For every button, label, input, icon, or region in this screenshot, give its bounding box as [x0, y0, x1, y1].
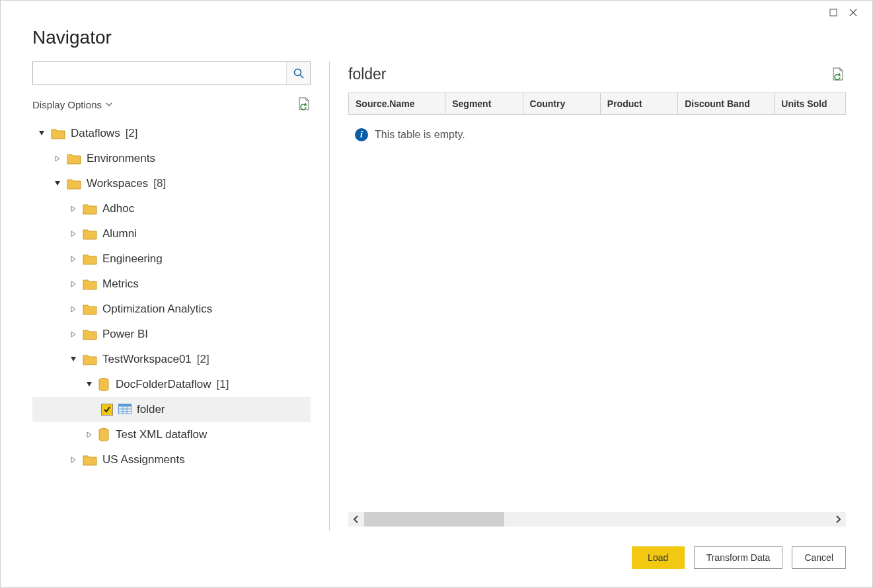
search-box — [32, 61, 311, 85]
column-header[interactable]: Country — [523, 93, 601, 114]
cancel-button[interactable]: Cancel — [792, 546, 846, 569]
expand-icon[interactable] — [69, 456, 77, 464]
folder-icon — [83, 278, 97, 290]
chevron-right-icon — [835, 515, 841, 523]
tree-label: Engineering — [102, 252, 163, 266]
tree-label: TestWorkspace01 — [102, 353, 192, 366]
folder-icon — [67, 153, 81, 165]
preview-table-header: Source.Name Segment Country Product Disc… — [348, 92, 846, 115]
collapse-icon[interactable] — [85, 381, 93, 388]
content-area: Display Options — [1, 61, 872, 531]
tree-label: Test XML dataflow — [116, 428, 207, 441]
table-icon — [118, 404, 132, 416]
scroll-left-button[interactable] — [348, 512, 364, 527]
horizontal-scrollbar[interactable] — [348, 512, 846, 527]
tree-node-environments[interactable]: Environments — [32, 146, 311, 171]
expand-icon[interactable] — [69, 255, 77, 263]
tree-node-engineering[interactable]: Engineering — [32, 246, 311, 272]
expand-icon[interactable] — [54, 155, 61, 163]
display-options-row: Display Options — [32, 85, 311, 118]
folder-icon — [83, 328, 97, 340]
scroll-track[interactable] — [364, 512, 830, 527]
file-refresh-icon — [831, 67, 845, 82]
navigator-tree[interactable]: Dataflows [2] Environments — [32, 118, 311, 531]
tree-count: [8] — [153, 177, 166, 190]
folder-icon — [83, 228, 97, 240]
column-header[interactable]: Source.Name — [349, 93, 445, 114]
tree-label: Environments — [87, 152, 155, 165]
refresh-preview-button[interactable] — [831, 67, 846, 82]
tree-node-testworkspace01[interactable]: TestWorkspace01 [2] — [32, 347, 311, 372]
info-icon: i — [355, 128, 368, 141]
svg-rect-0 — [830, 9, 837, 16]
tree-label: Workspaces — [87, 177, 148, 190]
close-icon — [849, 9, 857, 17]
checkbox-checked[interactable] — [101, 404, 113, 416]
tree-node-docfolderdataflow[interactable]: DocFolderDataflow [1] — [32, 372, 311, 397]
scroll-thumb[interactable] — [364, 512, 504, 527]
tree-node-optimization-analytics[interactable]: Optimization Analytics — [32, 297, 311, 322]
search-icon — [293, 68, 304, 79]
maximize-button[interactable] — [823, 6, 843, 19]
search-button[interactable] — [286, 62, 310, 85]
tree-node-metrics[interactable]: Metrics — [32, 272, 311, 297]
maximize-icon — [829, 9, 837, 17]
tree-node-dataflows[interactable]: Dataflows [2] — [32, 121, 311, 146]
tree-label: Adhoc — [102, 202, 134, 215]
tree-label: DocFolderDataflow — [116, 378, 211, 391]
tree-node-alumni[interactable]: Alumni — [32, 221, 311, 246]
expand-icon[interactable] — [85, 431, 93, 439]
expand-icon[interactable] — [69, 230, 77, 238]
tree-label: Metrics — [102, 277, 139, 291]
dialog-title: Navigator — [1, 20, 872, 61]
folder-icon — [83, 303, 97, 315]
load-button[interactable]: Load — [632, 546, 685, 569]
folder-icon — [67, 178, 81, 190]
preview-pane: folder Source.Name Segment Country Produ… — [330, 61, 846, 531]
folder-icon — [83, 353, 97, 365]
chevron-down-icon — [106, 101, 112, 108]
expand-icon[interactable] — [69, 330, 77, 338]
dataflow-icon — [98, 428, 110, 441]
column-header[interactable]: Units Sold — [775, 93, 846, 114]
empty-text: This table is empty. — [375, 129, 465, 141]
column-header[interactable]: Product — [601, 93, 678, 114]
scroll-right-button[interactable] — [830, 512, 846, 527]
tree-label: Power BI — [102, 328, 148, 341]
expand-icon[interactable] — [69, 305, 77, 313]
search-input[interactable] — [33, 62, 286, 85]
titlebar — [1, 1, 872, 20]
file-refresh-icon — [297, 97, 311, 112]
tree-label: Dataflows — [71, 127, 120, 140]
tree-node-folder[interactable]: folder — [32, 397, 311, 422]
collapse-icon[interactable] — [69, 355, 77, 363]
tree-node-workspaces[interactable]: Workspaces [8] — [32, 171, 311, 196]
tree-count: [2] — [197, 353, 209, 366]
empty-table-message: i This table is empty. — [348, 115, 846, 155]
close-button[interactable] — [843, 6, 863, 19]
expand-icon[interactable] — [69, 280, 77, 288]
column-header[interactable]: Discount Band — [678, 93, 775, 114]
folder-icon — [83, 203, 97, 215]
tree-node-power-bi[interactable]: Power BI — [32, 322, 311, 347]
column-header[interactable]: Segment — [445, 93, 523, 114]
chevron-left-icon — [353, 515, 360, 523]
folder-icon — [83, 454, 97, 466]
preview-header: folder — [348, 61, 846, 92]
refresh-list-button[interactable] — [297, 97, 311, 112]
transform-data-button[interactable]: Transform Data — [694, 546, 783, 569]
tree-node-test-xml-dataflow[interactable]: Test XML dataflow — [32, 422, 311, 447]
preview-title-text: folder — [348, 65, 387, 83]
expand-icon[interactable] — [69, 205, 77, 213]
navigator-dialog: Navigator Display Options — [0, 0, 873, 588]
tree-count: [2] — [126, 127, 138, 140]
collapse-icon[interactable] — [54, 180, 61, 188]
navigator-tree-pane: Display Options — [32, 61, 330, 531]
svg-rect-4 — [119, 404, 132, 407]
tree-node-adhoc[interactable]: Adhoc — [32, 196, 311, 221]
collapse-icon[interactable] — [38, 129, 46, 137]
tree-node-us-assignments[interactable]: US Assignments — [32, 447, 311, 472]
display-options-dropdown[interactable]: Display Options — [32, 99, 112, 110]
tree-label: Optimization Analytics — [102, 303, 212, 316]
folder-icon — [51, 128, 65, 139]
